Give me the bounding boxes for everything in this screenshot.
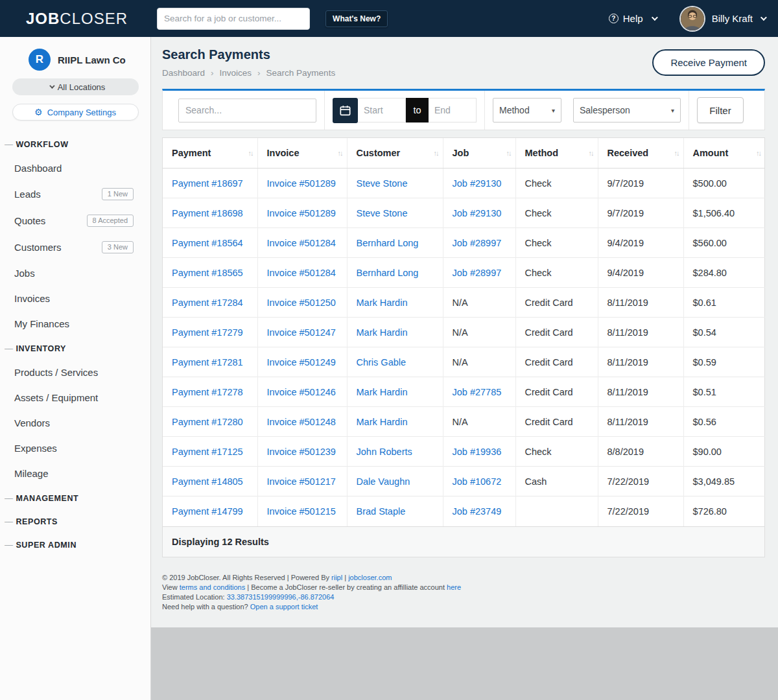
locations-dropdown[interactable]: All Locations bbox=[12, 78, 139, 95]
table-search-input[interactable] bbox=[178, 99, 316, 122]
invoice-link[interactable]: Invoice #501289 bbox=[267, 178, 336, 189]
customer-link[interactable]: Mark Hardin bbox=[357, 417, 408, 427]
invoice-link[interactable]: Invoice #501250 bbox=[267, 298, 336, 308]
sidebar-item-products-services[interactable]: Products / Services bbox=[0, 360, 150, 385]
column-header-payment[interactable]: Payment↑↓ bbox=[163, 138, 257, 169]
global-search-input[interactable] bbox=[157, 8, 310, 30]
invoice-link[interactable]: Invoice #501217 bbox=[267, 476, 336, 487]
column-header-customer[interactable]: Customer↑↓ bbox=[347, 138, 443, 169]
filter-button[interactable]: Filter bbox=[697, 97, 744, 123]
sidebar-section-management[interactable]: MANAGEMENT bbox=[0, 486, 150, 509]
invoice-cell: Invoice #501215 bbox=[257, 496, 347, 526]
sort-icon[interactable]: ↑↓ bbox=[248, 149, 253, 157]
job-link[interactable]: Job #29130 bbox=[453, 208, 502, 218]
sidebar-item-invoices[interactable]: Invoices bbox=[0, 286, 150, 311]
salesperson-select[interactable]: Salesperson ▾ bbox=[573, 98, 681, 122]
invoice-link[interactable]: Invoice #501247 bbox=[267, 327, 336, 338]
customer-link[interactable]: Steve Stone bbox=[357, 208, 408, 218]
sidebar-item-jobs[interactable]: Jobs bbox=[0, 261, 150, 286]
sidebar-item-mileage[interactable]: Mileage bbox=[0, 461, 150, 486]
sidebar-item-leads[interactable]: Leads1 New bbox=[0, 181, 150, 207]
start-date-input[interactable] bbox=[358, 98, 406, 122]
job-link[interactable]: Job #10672 bbox=[453, 476, 502, 487]
sidebar-item-vendors[interactable]: Vendors bbox=[0, 410, 150, 436]
invoice-link[interactable]: Invoice #501248 bbox=[267, 417, 336, 427]
job-link[interactable]: Job #23749 bbox=[453, 506, 502, 517]
invoice-link[interactable]: Invoice #501246 bbox=[267, 387, 336, 397]
sidebar-item-customers[interactable]: Customers3 New bbox=[0, 234, 150, 261]
footer-link[interactable]: 33.387315199999996,-86.872064 bbox=[227, 593, 335, 601]
sidebar-item-quotes[interactable]: Quotes8 Accepted bbox=[0, 207, 150, 234]
invoice-link[interactable]: Invoice #501284 bbox=[267, 238, 336, 248]
column-header-invoice[interactable]: Invoice↑↓ bbox=[257, 138, 347, 169]
customer-link[interactable]: Dale Vaughn bbox=[357, 476, 410, 487]
sidebar-section-super-admin[interactable]: SUPER ADMIN bbox=[0, 533, 150, 556]
sidebar-section-reports[interactable]: REPORTS bbox=[0, 509, 150, 533]
whats-new-button[interactable]: What's New? bbox=[325, 10, 388, 27]
invoice-link[interactable]: Invoice #501215 bbox=[267, 506, 336, 517]
column-header-received[interactable]: Received↑↓ bbox=[598, 138, 683, 169]
payment-link[interactable]: Payment #14805 bbox=[172, 476, 243, 487]
footer-link[interactable]: jobcloser.com bbox=[348, 574, 392, 581]
invoice-link[interactable]: Invoice #501284 bbox=[267, 268, 336, 278]
sort-icon[interactable]: ↑↓ bbox=[434, 149, 438, 157]
payment-link[interactable]: Payment #17125 bbox=[172, 447, 243, 457]
sidebar-section-inventory[interactable]: INVENTORY bbox=[0, 336, 150, 360]
column-header-amount[interactable]: Amount↑↓ bbox=[683, 138, 765, 169]
payment-link[interactable]: Payment #17281 bbox=[172, 357, 243, 368]
column-header-job[interactable]: Job↑↓ bbox=[443, 138, 515, 169]
invoice-link[interactable]: Invoice #501249 bbox=[267, 357, 336, 368]
user-avatar[interactable] bbox=[681, 7, 704, 30]
sidebar-item-my-finances[interactable]: My Finances bbox=[0, 311, 150, 336]
sort-icon[interactable]: ↑↓ bbox=[756, 149, 760, 157]
sort-icon[interactable]: ↑↓ bbox=[589, 149, 593, 157]
customer-link[interactable]: John Roberts bbox=[357, 447, 412, 457]
customer-link[interactable]: Mark Hardin bbox=[357, 327, 408, 338]
column-header-method[interactable]: Method↑↓ bbox=[515, 138, 598, 169]
payment-link[interactable]: Payment #18564 bbox=[172, 238, 243, 248]
footer-link[interactable]: terms and conditions bbox=[180, 583, 246, 591]
sidebar-item-assets-equipment[interactable]: Assets / Equipment bbox=[0, 385, 150, 410]
app-logo[interactable]: JOBCLOSER bbox=[26, 10, 128, 28]
payment-link[interactable]: Payment #17280 bbox=[172, 417, 243, 427]
company-settings-button[interactable]: ⚙ Company Settings bbox=[12, 104, 139, 121]
payment-link[interactable]: Payment #18697 bbox=[172, 178, 243, 189]
sidebar-section-workflow[interactable]: WORKFLOW bbox=[0, 132, 150, 156]
payment-link[interactable]: Payment #18565 bbox=[172, 268, 243, 278]
sidebar-item-dashboard[interactable]: Dashboard bbox=[0, 156, 150, 181]
job-link[interactable]: Job #29130 bbox=[453, 178, 502, 189]
breadcrumb-item-dashboard[interactable]: Dashboard bbox=[162, 68, 205, 78]
customer-link[interactable]: Chris Gable bbox=[357, 357, 407, 368]
job-link[interactable]: Job #28997 bbox=[453, 238, 502, 248]
payment-link[interactable]: Payment #17279 bbox=[172, 327, 243, 338]
breadcrumb-item-invoices[interactable]: Invoices bbox=[220, 68, 252, 78]
help-menu[interactable]: ? Help bbox=[609, 13, 656, 24]
job-link[interactable]: Job #28997 bbox=[453, 268, 502, 278]
customer-link[interactable]: Mark Hardin bbox=[357, 298, 408, 308]
sidebar-item-expenses[interactable]: Expenses bbox=[0, 436, 150, 461]
invoice-link[interactable]: Invoice #501239 bbox=[267, 447, 336, 457]
sort-icon[interactable]: ↑↓ bbox=[506, 149, 511, 157]
payment-link[interactable]: Payment #14799 bbox=[172, 506, 243, 517]
job-link[interactable]: Job #27785 bbox=[453, 387, 502, 397]
payment-link[interactable]: Payment #17278 bbox=[172, 387, 243, 397]
customer-link[interactable]: Brad Staple bbox=[357, 506, 406, 517]
end-date-input[interactable] bbox=[429, 98, 477, 122]
invoice-link[interactable]: Invoice #501289 bbox=[267, 208, 336, 218]
payment-link[interactable]: Payment #18698 bbox=[172, 208, 243, 218]
customer-link[interactable]: Mark Hardin bbox=[357, 387, 408, 397]
footer-link[interactable]: here bbox=[447, 583, 461, 591]
sort-icon[interactable]: ↑↓ bbox=[338, 149, 342, 157]
method-select[interactable]: Method ▾ bbox=[493, 98, 561, 122]
user-menu[interactable]: Billy Kraft bbox=[712, 13, 765, 24]
customer-link[interactable]: Steve Stone bbox=[357, 178, 408, 189]
customer-link[interactable]: Bernhard Long bbox=[357, 238, 419, 248]
receive-payment-button[interactable]: Receive Payment bbox=[652, 49, 765, 76]
footer-link[interactable]: Open a support ticket bbox=[250, 603, 318, 611]
job-link[interactable]: Job #19936 bbox=[453, 447, 502, 457]
payment-link[interactable]: Payment #17284 bbox=[172, 298, 243, 308]
sort-icon[interactable]: ↑↓ bbox=[674, 149, 679, 157]
footer-link[interactable]: riipl bbox=[331, 574, 342, 581]
calendar-button[interactable] bbox=[333, 98, 358, 123]
customer-link[interactable]: Bernhard Long bbox=[357, 268, 419, 278]
